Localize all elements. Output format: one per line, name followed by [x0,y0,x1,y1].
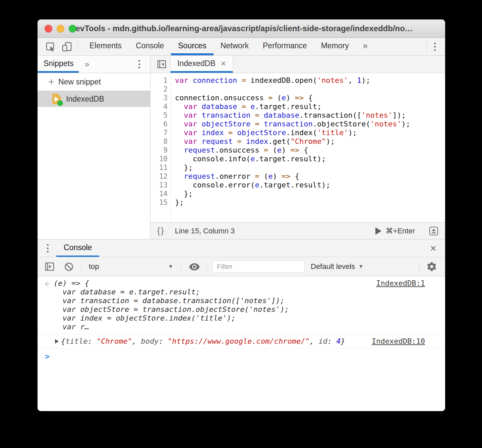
code-line: var database = e.target.result; [175,102,445,111]
navigator-menu-icon[interactable] [137,59,141,70]
tab-elements[interactable]: Elements [82,38,129,55]
new-snippet-label: New snippet [58,77,101,87]
navigator-sidebar: Snippets » + New snippet IndexedDB [38,56,150,239]
filter-input[interactable] [212,261,305,273]
tab-sources[interactable]: Sources [171,38,213,55]
toolbar-divider [206,262,207,272]
line-number: 6 [150,120,171,128]
show-console-sidebar-icon[interactable] [44,261,55,272]
navigator-more-tabs-button[interactable]: » [85,59,89,69]
console-message-object-preview: {title: "Chrome", body: "https://www.goo… [38,334,445,349]
line-number: 4 [150,102,171,111]
toolbar-divider [426,42,427,52]
unsaved-changes-dot [57,100,63,106]
chevron-down-icon: ▼ [168,264,173,270]
minimize-window-button[interactable] [57,25,64,33]
line-number: 3 [150,94,171,102]
tab-console[interactable]: Console [129,38,171,55]
code-line: }; [175,198,445,207]
code-line: console.error(e.target.result); [175,181,445,189]
code-line: var index = objectStore.index('title'); [175,128,445,137]
snippet-item-label: IndexedDB [66,95,104,104]
drawer-menu-icon[interactable] [46,243,50,254]
line-number: 11 [150,163,171,172]
sources-panel: Snippets » + New snippet IndexedDB [38,56,445,239]
log-levels-dropdown[interactable]: Default levels ▼ [311,262,364,271]
tab-snippets[interactable]: Snippets [38,56,79,73]
titlebar: DevTools - mdn.github.io/learning-area/j… [38,19,445,38]
line-number: 5 [150,111,171,120]
line-number: 7 [150,128,171,137]
line-number-gutter: 123456789101112131415 [150,73,171,222]
close-tab-icon[interactable]: × [221,59,226,68]
toolbar-divider [181,262,181,272]
editor-tabbar: IndexedDB × [150,56,445,73]
tab-performance[interactable]: Performance [256,38,314,55]
log-levels-label: Default levels [311,262,355,271]
traffic-lights [45,19,76,38]
inspect-element-icon[interactable] [45,41,56,52]
line-number: 10 [150,155,171,163]
code-editor[interactable]: 123456789101112131415 var connection = i… [150,73,445,222]
code-line: var transaction = database.transaction([… [175,111,445,120]
context-selector-value: top [89,262,99,271]
hide-navigator-icon[interactable] [156,59,167,70]
line-number: 9 [150,146,171,155]
console-messages: (e) => { var database = e.target.result;… [38,276,445,411]
run-snippet-icon[interactable] [375,227,381,235]
editor-pane: IndexedDB × 123456789101112131415 var co… [150,56,445,239]
more-panels-button[interactable]: » [356,38,375,55]
toggle-drawer-icon[interactable] [428,226,439,236]
console-prompt[interactable]: > [38,349,445,361]
devtools-toolbar: ElementsConsoleSourcesNetworkPerformance… [38,38,445,56]
snippet-item-indexeddb[interactable]: IndexedDB [38,91,150,107]
line-number: 15 [150,198,171,207]
run-shortcut-label: ⌘+Enter [386,227,415,235]
code-line: connection.onsuccess = (e) => { [175,94,445,102]
line-number: 2 [150,85,171,94]
close-window-button[interactable] [45,25,52,33]
code-line: var request = index.get("Chrome"); [175,137,445,146]
tab-memory[interactable]: Memory [314,38,356,55]
console-settings-gear-icon[interactable] [426,261,437,272]
code-line: request.onerror = (e) => { [175,172,445,181]
line-number: 8 [150,137,171,146]
code-content[interactable]: var connection = indexedDB.open('notes',… [171,73,445,222]
navigator-tabbar: Snippets » [38,56,150,73]
close-drawer-icon[interactable]: × [430,243,436,254]
window-title: DevTools - mdn.github.io/learning-area/j… [70,24,413,33]
plus-icon: + [48,77,54,87]
expand-triangle-icon[interactable] [55,339,59,344]
live-expression-eye-icon[interactable] [189,261,200,272]
editor-tab-indexeddb[interactable]: IndexedDB × [170,56,233,73]
editor-statusbar: {} Line 15, Column 3 ⌘+Enter [150,222,445,239]
drawer-tabbar: Console × [38,239,445,257]
tab-console[interactable]: Console [56,239,99,257]
new-snippet-button[interactable]: + New snippet [38,73,150,91]
pretty-print-icon[interactable]: {} [157,226,165,236]
fullscreen-window-button[interactable] [69,25,76,33]
console-toolbar: top ▼ Default levels ▼ [38,257,445,276]
console-drawer: Console × top ▼ Default levels ▼ [38,239,445,411]
code-line: }; [175,163,445,172]
chevron-down-icon: ▼ [358,264,364,270]
toolbar-divider [78,42,78,52]
toolbar-divider [81,262,82,272]
code-line: var objectStore = transaction.objectStor… [175,120,445,128]
panel-tabs: ElementsConsoleSourcesNetworkPerformance… [82,38,375,55]
devtools-menu-icon[interactable] [433,41,437,52]
line-number: 14 [150,189,171,198]
tab-network[interactable]: Network [214,38,256,55]
context-selector[interactable]: top ▼ [89,262,173,271]
object-preview-text: {title: "Chrome", body: "https://www.goo… [61,337,345,346]
returned-value-arrow-icon [44,280,54,288]
prompt-chevron-icon: > [45,352,50,361]
cursor-position: Line 15, Column 3 [175,227,235,235]
snippet-file-icon [52,94,61,104]
source-link[interactable]: IndexedDB:10 [372,337,425,346]
editor-tab-label: IndexedDB [177,59,216,68]
source-link[interactable]: IndexedDB:1 [376,279,425,288]
device-toolbar-icon[interactable] [61,41,72,52]
code-line: var connection = indexedDB.open('notes',… [175,76,445,85]
clear-console-icon[interactable] [64,262,74,272]
